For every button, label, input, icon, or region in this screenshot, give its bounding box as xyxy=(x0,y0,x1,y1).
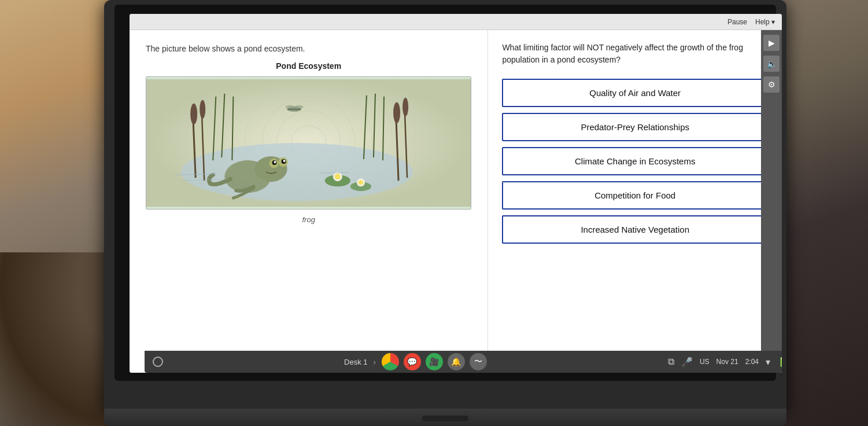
play-button[interactable]: ▶ xyxy=(763,35,780,51)
laptop-bottom xyxy=(104,409,786,426)
answer-choices: Quality of Air and Water Predator-Prey R… xyxy=(502,79,768,244)
svg-point-32 xyxy=(359,180,363,185)
intro-text: The picture below shows a pond ecosystem… xyxy=(146,44,471,53)
pond-image xyxy=(146,76,471,210)
image-title: Pond Ecosystem xyxy=(146,61,471,71)
top-bar: Pause Help ▾ xyxy=(130,14,782,30)
answer-competition-food[interactable]: Competition for Food xyxy=(502,181,768,210)
svg-point-16 xyxy=(402,98,408,116)
date-label: Nov 21 xyxy=(716,358,738,366)
question-text: What limiting factor will NOT negatively… xyxy=(502,42,768,66)
answer-native-vegetation[interactable]: Increased Native Vegetation xyxy=(502,215,768,244)
svg-point-39 xyxy=(274,161,276,163)
svg-point-10 xyxy=(190,104,197,124)
svg-point-25 xyxy=(286,105,295,109)
svg-point-30 xyxy=(335,174,341,179)
taskbar-icons: 💬 🎥 🔔 〜 xyxy=(382,353,487,370)
side-controls: ▶ 🔈 ⚙ xyxy=(761,30,782,373)
chrome-icon[interactable] xyxy=(382,353,399,370)
chat-icon[interactable]: 💬 xyxy=(404,353,421,370)
answer-quality-air-water[interactable]: Quality of Air and Water xyxy=(502,79,768,107)
left-panel: The picture below shows a pond ecosystem… xyxy=(130,30,488,373)
svg-point-14 xyxy=(393,102,400,123)
desk-chevron[interactable]: › xyxy=(374,358,376,366)
laptop-body: Pause Help ▾ The picture below shows a p… xyxy=(104,0,786,411)
home-circle[interactable] xyxy=(153,357,163,367)
svg-point-26 xyxy=(294,105,304,109)
svg-point-40 xyxy=(283,160,286,162)
svg-point-8 xyxy=(181,143,413,201)
answer-climate-change[interactable]: Climate Change in Ecosystems xyxy=(502,147,768,175)
battery-icon[interactable]: 🔋 xyxy=(777,357,782,368)
screen-content: Pause Help ▾ The picture below shows a p… xyxy=(130,14,782,373)
help-button[interactable]: Help ▾ xyxy=(755,18,775,26)
image-caption: frog xyxy=(146,215,471,224)
main-area: The picture below shows a pond ecosystem… xyxy=(130,30,782,373)
svg-line-43 xyxy=(320,172,349,173)
screen-icon[interactable]: ⧉ xyxy=(668,357,674,367)
svg-point-12 xyxy=(200,100,205,119)
screen-bezel: Pause Help ▾ The picture below shows a p… xyxy=(114,5,776,381)
taskbar: Desk 1 › 💬 🎥 🔔 〜 ⧉ 🎤 US Nov 21 2: xyxy=(145,351,782,373)
activity-icon[interactable]: 〜 xyxy=(470,353,487,370)
pond-svg xyxy=(146,77,471,209)
taskbar-left xyxy=(153,357,163,367)
time-label: 2:04 xyxy=(745,358,759,366)
notif-icon[interactable]: 🔔 xyxy=(448,353,465,370)
mic-icon[interactable]: 🎤 xyxy=(681,357,693,368)
settings-button[interactable]: ⚙ xyxy=(763,76,780,93)
taskbar-right: ⧉ 🎤 US Nov 21 2:04 ▾ 🔋 xyxy=(668,357,782,368)
meet-icon[interactable]: 🎥 xyxy=(426,353,443,370)
pause-button[interactable]: Pause xyxy=(727,18,747,26)
right-panel: What limiting factor will NOT negatively… xyxy=(488,30,782,373)
hinge-notch xyxy=(422,416,468,421)
desk-label: Desk 1 xyxy=(344,358,367,366)
locale-label: US xyxy=(700,358,710,366)
answer-predator-prey[interactable]: Predator-Prey Relationships xyxy=(502,113,768,141)
wifi-icon[interactable]: ▾ xyxy=(766,357,770,368)
speaker-button[interactable]: 🔈 xyxy=(763,56,780,72)
taskbar-center: Desk 1 › 💬 🎥 🔔 〜 xyxy=(344,353,487,370)
